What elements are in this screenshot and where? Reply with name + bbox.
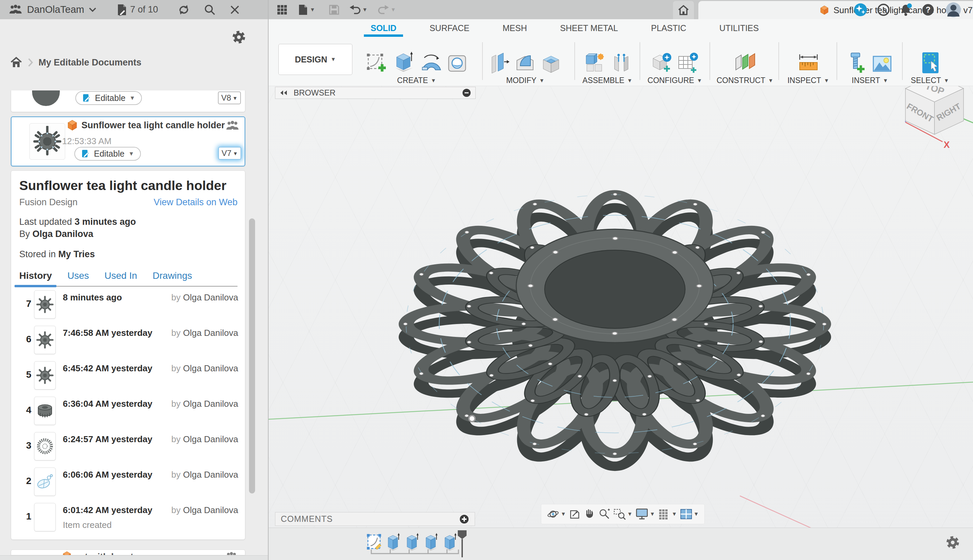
grid-settings-tool[interactable]: ▼ <box>658 508 677 520</box>
panel-scrollbar[interactable] <box>249 218 255 493</box>
details-tab[interactable]: Used In <box>104 270 137 281</box>
ribbon-tab[interactable]: SHEET METAL <box>553 19 625 37</box>
environment-selector-button[interactable]: DESIGN▼ <box>278 44 353 75</box>
chevron-down-icon[interactable]: ▼ <box>672 511 677 517</box>
refresh-icon[interactable] <box>178 4 190 15</box>
document-card-partial[interactable]: Editable ▼ V8▼ <box>11 90 245 112</box>
insert-menu[interactable]: INSERT▼ <box>843 76 897 85</box>
extrude-button[interactable] <box>392 51 415 74</box>
chevron-down-icon[interactable]: ▼ <box>627 511 632 517</box>
configuration-button[interactable] <box>651 52 673 74</box>
add-comment-icon[interactable] <box>459 514 469 524</box>
version-selector[interactable]: V7▼ <box>218 147 241 160</box>
version-thumbnail[interactable] <box>34 326 56 354</box>
timeline-settings-gear-icon[interactable] <box>945 535 960 551</box>
model-3d-view[interactable] <box>269 19 973 560</box>
document-card-partial[interactable]: t with heart <box>11 550 245 555</box>
redo-button[interactable]: ▼ <box>377 0 396 19</box>
orbit-tool[interactable]: ▼ <box>547 508 566 520</box>
status-pill[interactable]: Editable ▼ <box>75 91 142 105</box>
ribbon-tab[interactable]: MESH <box>496 19 534 37</box>
version-history-row[interactable]: 1 6:01:42 AM yesterday Item created by O… <box>11 502 245 537</box>
version-thumbnail[interactable] <box>34 468 56 496</box>
file-menu-button[interactable]: ▼ <box>298 0 316 19</box>
undo-button[interactable]: ▼ <box>349 0 368 19</box>
revolve-button[interactable] <box>420 52 442 74</box>
version-selector[interactable]: V8▼ <box>218 92 241 104</box>
look-at-tool[interactable] <box>568 508 581 520</box>
zoom-window-tool[interactable]: ▼ <box>613 508 632 520</box>
version-thumbnail[interactable] <box>34 432 56 460</box>
modify-menu[interactable]: MODIFY▼ <box>478 76 573 85</box>
pan-tool[interactable] <box>583 508 596 520</box>
team-selector[interactable]: DanOlaTeam <box>27 4 84 15</box>
sketch-origin-point[interactable] <box>469 415 475 422</box>
version-thumbnail[interactable] <box>34 397 56 425</box>
search-icon[interactable] <box>204 4 216 15</box>
extensions-sparkle-icon[interactable] <box>853 0 869 19</box>
shell-button[interactable] <box>540 52 562 74</box>
zoom-tool[interactable] <box>599 508 610 520</box>
version-history-row[interactable]: 2 6:06:06 AM yesterday by Olga Danilova <box>11 466 245 502</box>
ribbon-tab[interactable]: SOLID <box>364 19 403 37</box>
details-tab[interactable]: Drawings <box>153 270 192 281</box>
candle-bowl[interactable] <box>516 229 714 343</box>
version-thumbnail[interactable] <box>34 503 56 531</box>
viewports-tool[interactable]: ▼ <box>680 508 699 520</box>
home-icon[interactable] <box>10 57 22 68</box>
save-button[interactable] <box>327 0 341 19</box>
home-dashboard-tab[interactable] <box>673 1 694 19</box>
create-sketch-button[interactable] <box>366 52 387 74</box>
insert-image-button[interactable] <box>871 54 893 74</box>
measure-button[interactable] <box>797 54 819 74</box>
version-thumbnail[interactable] <box>34 290 56 318</box>
user-avatar[interactable] <box>944 0 963 19</box>
shared-people-icon[interactable] <box>226 120 239 131</box>
hole-button[interactable] <box>446 53 468 74</box>
details-tab[interactable]: Uses <box>67 270 89 281</box>
notifications-bell-icon[interactable] <box>898 0 914 19</box>
close-panel-icon[interactable] <box>230 5 240 15</box>
chevron-down-icon[interactable]: ▼ <box>650 511 655 517</box>
chevron-down-icon[interactable] <box>89 7 96 12</box>
comments-bar[interactable]: COMMENTS <box>275 512 475 526</box>
create-menu[interactable]: CREATE▼ <box>358 76 476 85</box>
fillet-button[interactable] <box>514 52 536 74</box>
version-history-row[interactable]: 6 7:46:58 AM yesterday by Olga Danilova <box>11 324 245 360</box>
app-grid-icon[interactable] <box>275 0 289 19</box>
panel-gear-icon[interactable] <box>231 30 246 46</box>
minimize-browser-icon[interactable] <box>462 88 471 98</box>
inspect-menu[interactable]: INSPECT▼ <box>784 76 833 85</box>
version-history-row[interactable]: 7 8 minutes ago by Olga Danilova <box>11 289 245 324</box>
press-pull-button[interactable] <box>489 52 510 74</box>
chevron-down-icon[interactable]: ▼ <box>694 511 699 517</box>
joint-button[interactable] <box>612 52 631 74</box>
insert-fastener-button[interactable] <box>847 52 867 74</box>
chevron-down-icon[interactable]: ▼ <box>560 511 566 517</box>
version-thumbnail[interactable] <box>34 361 56 390</box>
configure-menu[interactable]: CONFIGURE▼ <box>644 76 706 85</box>
new-component-button[interactable] <box>584 52 607 74</box>
help-icon[interactable]: ? <box>920 0 936 19</box>
assemble-menu[interactable]: ASSEMBLE▼ <box>575 76 640 85</box>
status-pill[interactable]: Editable ▼ <box>74 147 141 161</box>
select-menu[interactable]: SELECT▼ <box>909 76 951 85</box>
view-details-link[interactable]: View Details on Web <box>154 197 237 208</box>
collapse-panel-icon[interactable] <box>279 90 288 96</box>
construction-plane-button[interactable] <box>734 52 756 74</box>
version-history-row[interactable]: 5 6:45:42 AM yesterday by Olga Danilova <box>11 360 245 395</box>
breadcrumb-folder[interactable]: My Editable Documents <box>38 57 142 68</box>
timeline-feature-sketch1[interactable] <box>366 533 381 552</box>
configuration-table-button[interactable] <box>677 52 699 74</box>
display-settings-tool[interactable]: ▼ <box>635 508 655 520</box>
version-history-row[interactable]: 3 6:24:57 AM yesterday by Olga Danilova <box>11 431 245 466</box>
ribbon-tab[interactable]: SURFACE <box>423 19 476 37</box>
select-button[interactable] <box>920 52 940 74</box>
document-title[interactable]: Sunflower tea light candle holder <box>82 120 225 131</box>
job-status-clock-icon[interactable] <box>875 0 891 19</box>
details-tab[interactable]: History <box>19 270 52 281</box>
construct-menu[interactable]: CONSTRUCT▼ <box>720 76 770 85</box>
version-history-row[interactable]: 4 6:36:04 AM yesterday by Olga Danilova <box>11 395 245 431</box>
ribbon-tab[interactable]: UTILITIES <box>712 19 766 37</box>
document-card-selected[interactable]: Sunflower tea light candle holder 12:53:… <box>11 117 245 167</box>
